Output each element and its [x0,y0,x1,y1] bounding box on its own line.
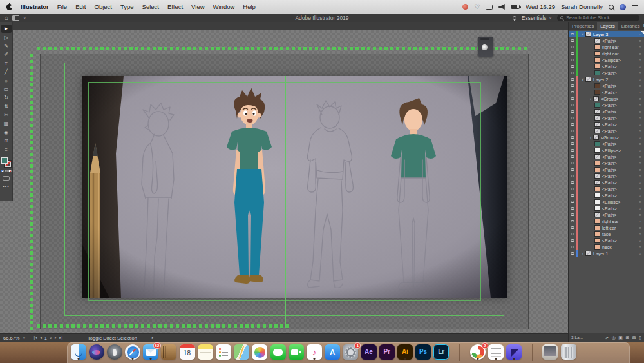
workspace-switcher[interactable]: Essentials ∨ [522,15,552,21]
expand-chevron-icon[interactable]: › [588,97,593,101]
layer-row[interactable]: <Path> ○ [569,70,644,76]
dock-app-icon[interactable] [506,344,522,360]
stock-search-input[interactable] [566,15,636,21]
target-circle-icon[interactable]: ○ [636,161,644,165]
menu-item[interactable]: Type [120,3,134,10]
dock-app-icon[interactable]: 62 [143,344,158,360]
visibility-eye-icon[interactable] [569,84,576,87]
tool-button[interactable]: ◉ [1,128,12,137]
layer-thumbnail[interactable] [594,57,600,63]
layer-name[interactable]: <Path> [602,181,636,185]
layer-row[interactable]: <Path> ○ [569,128,644,134]
layer-row[interactable]: ∨ Layer 2 ○ [569,76,644,83]
visibility-eye-icon[interactable] [569,168,576,171]
dock-app-icon[interactable] [125,344,140,360]
layer-thumbnail[interactable] [594,238,600,243]
panel-footer-icon[interactable]: ⇗ [605,335,609,340]
zoom-level[interactable]: 66.67% [3,335,19,341]
layer-thumbnail[interactable] [594,225,600,230]
visibility-eye-icon[interactable] [569,239,576,242]
layer-row[interactable]: right ear ○ [569,218,644,224]
layer-thumbnail[interactable] [594,154,600,159]
tool-button[interactable]: T [1,59,12,68]
camera-artwork[interactable] [478,37,493,57]
target-circle-icon[interactable]: ○ [636,84,644,88]
target-circle-icon[interactable]: ○ [636,135,644,139]
layer-row[interactable]: <Path> ○ [569,83,644,89]
layer-row[interactable]: › <Group> ○ [569,134,644,141]
dock-app-icon[interactable]: 2 [470,344,486,360]
layer-name[interactable]: neck [602,245,636,250]
layer-row[interactable]: ∨ Layer 3 ○ [569,31,644,37]
artboard-number[interactable]: 1 [44,335,47,341]
layer-row[interactable]: <Path> ○ [569,89,644,95]
dock-app-icon[interactable]: Lr [433,344,449,360]
layer-thumbnail[interactable] [594,103,600,108]
layer-name[interactable]: <Path> [602,110,636,114]
dock-app-icon[interactable] [270,344,286,360]
creative-cloud-icon[interactable] [462,4,468,10]
target-circle-icon[interactable]: ○ [636,123,644,126]
spotlight-icon[interactable] [609,5,614,10]
notification-center-icon[interactable] [632,5,638,8]
panel-tab[interactable]: Properties [569,21,597,30]
layer-name[interactable]: <Path> [602,90,636,95]
layer-thumbnail[interactable] [585,32,591,37]
visibility-eye-icon[interactable] [569,162,576,164]
layer-name[interactable]: <Path> [602,39,636,43]
tool-button[interactable]: ▷ [1,33,12,41]
dock-item[interactable] [560,344,576,363]
layer-thumbnail[interactable] [585,251,591,256]
layer-name[interactable]: <Path> [602,187,636,191]
menu-item[interactable]: Edit [75,3,86,10]
visibility-eye-icon[interactable] [569,226,576,229]
panel-tab[interactable]: Layers [597,21,618,30]
target-circle-icon[interactable]: ○ [636,239,644,242]
menu-user[interactable]: Sarah Donnelly [561,3,603,10]
layer-row[interactable]: <Path> ○ [569,108,644,115]
layer-thumbnail[interactable] [594,109,600,114]
dock-app-icon[interactable] [161,344,176,360]
fill-stroke-swatches[interactable] [1,157,11,167]
dock-item[interactable]: Ai [397,344,413,363]
visibility-eye-icon[interactable] [569,149,576,152]
layer-thumbnail[interactable] [585,77,591,82]
layer-thumbnail[interactable] [594,161,600,166]
layer-row[interactable]: <Path> ○ [569,63,644,70]
layer-row[interactable]: <Path> ○ [569,102,644,108]
layer-row[interactable]: <Path> ○ [569,205,644,211]
layer-thumbnail[interactable] [594,44,600,50]
dock-app-icon[interactable]: Pr [379,344,395,360]
visibility-eye-icon[interactable] [569,181,576,184]
layer-thumbnail[interactable] [594,90,600,95]
layer-name[interactable]: <Path> [602,142,636,146]
layer-thumbnail[interactable] [594,199,600,204]
layer-name[interactable]: left ear [602,226,636,230]
visibility-eye-icon[interactable] [569,78,576,81]
layer-row[interactable]: <Ellipse> ○ [569,199,644,205]
target-circle-icon[interactable]: ○ [636,245,644,249]
expand-chevron-icon[interactable]: ∨ [580,32,585,36]
tool-button[interactable]: ✂ [1,111,12,119]
layer-name[interactable]: <Path> [602,193,636,198]
target-circle-icon[interactable]: ○ [636,71,644,75]
display-icon[interactable] [486,5,493,10]
dock-item[interactable]: 62 [143,344,159,363]
apple-menu-icon[interactable] [6,4,12,10]
menu-item[interactable]: Object [95,3,112,10]
menu-item[interactable]: View [191,3,204,10]
layer-row[interactable]: <Path> ○ [569,166,644,173]
status-more-icon[interactable]: ▸ [152,335,154,340]
layer-row[interactable]: right ear ○ [569,44,644,50]
visibility-eye-icon[interactable] [569,194,576,197]
layer-row[interactable]: <Path> ○ [569,121,644,128]
layer-thumbnail[interactable] [594,122,600,127]
layer-name[interactable]: <Path> [602,64,636,69]
dock-item[interactable]: Pr [379,344,395,363]
layer-row[interactable]: neck ○ [569,244,644,250]
layer-thumbnail[interactable] [594,141,600,146]
visibility-eye-icon[interactable] [569,123,576,126]
layer-thumbnail[interactable] [594,128,600,133]
zoom-caret-icon[interactable]: ∨ [23,336,25,340]
visibility-eye-icon[interactable] [569,246,576,248]
